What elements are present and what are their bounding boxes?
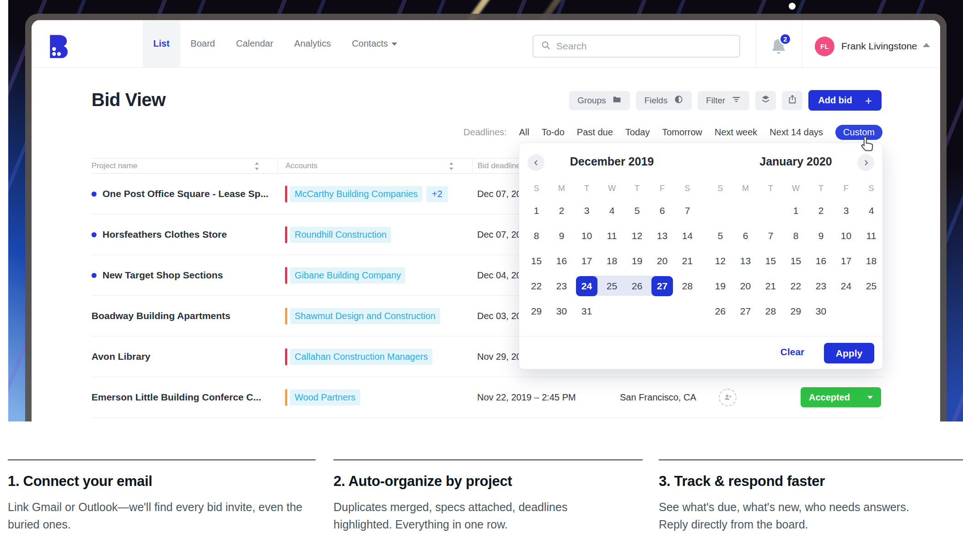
more-accounts-chip[interactable]: +2 (426, 186, 448, 202)
apply-button[interactable]: Apply (824, 343, 874, 363)
day-cell[interactable]: 7 (758, 223, 783, 248)
tab-calendar[interactable]: Calendar (226, 20, 284, 67)
column-header-project[interactable]: Project name (91, 159, 278, 173)
day-cell[interactable]: 3 (574, 198, 599, 223)
day-cell[interactable]: 1 (524, 198, 549, 223)
day-cell[interactable]: 28 (758, 299, 783, 324)
status-button[interactable]: Accepted (801, 387, 881, 407)
day-cell[interactable]: 14 (675, 223, 700, 248)
day-cell[interactable]: 8 (524, 223, 549, 248)
day-cell[interactable]: 7 (675, 198, 700, 223)
day-cell[interactable]: 16 (808, 248, 834, 273)
day-cell[interactable]: 23 (549, 273, 574, 299)
deadline-filter-to-do[interactable]: To-do (542, 127, 565, 138)
day-cell[interactable]: 31 (574, 299, 599, 324)
day-cell[interactable]: 8 (783, 223, 808, 248)
day-cell[interactable]: 12 (708, 248, 733, 273)
day-cell[interactable]: 18 (859, 248, 884, 273)
day-cell[interactable]: 24 (574, 273, 599, 299)
day-cell[interactable]: 17 (834, 248, 859, 273)
day-cell[interactable]: 10 (834, 223, 859, 248)
day-cell[interactable]: 17 (574, 248, 599, 273)
day-cell[interactable]: 13 (733, 248, 758, 273)
day-cell[interactable]: 25 (599, 273, 624, 299)
account-chip[interactable]: Wood Partners (290, 389, 360, 405)
tab-board[interactable]: Board (180, 20, 226, 67)
add-bid-button[interactable]: Add bid + (808, 90, 882, 111)
deadline-filter-past-due[interactable]: Past due (577, 127, 613, 138)
filter-button[interactable]: Filter (698, 91, 749, 110)
day-cell[interactable]: 22 (783, 273, 808, 299)
chevron-up-icon[interactable] (923, 43, 930, 47)
day-cell[interactable]: 27 (733, 299, 758, 324)
day-cell[interactable]: 2 (808, 198, 834, 223)
deadline-filter-today[interactable]: Today (625, 127, 650, 138)
day-cell[interactable]: 5 (708, 223, 733, 248)
day-cell[interactable]: 2 (549, 198, 574, 223)
app-logo-icon[interactable] (47, 33, 71, 58)
account-chip[interactable]: Callahan Construction Managers (290, 349, 432, 365)
account-chip[interactable]: Gibane Building Company (290, 267, 405, 283)
day-cell[interactable]: 1 (783, 198, 808, 223)
day-cell[interactable]: 10 (574, 223, 599, 248)
deadline-filter-next-14-days[interactable]: Next 14 days (769, 127, 823, 138)
day-cell[interactable]: 20 (650, 248, 675, 273)
account-chip[interactable]: Roundhill Construction (290, 227, 391, 243)
day-cell[interactable]: 9 (808, 223, 834, 248)
layers-button[interactable] (755, 91, 776, 110)
day-cell[interactable]: 5 (624, 198, 650, 223)
day-cell[interactable]: 26 (708, 299, 733, 324)
deadline-filter-tomorrow[interactable]: Tomorrow (662, 127, 702, 138)
notifications-button[interactable]: 2 (769, 37, 789, 57)
day-cell[interactable]: 3 (834, 198, 859, 223)
day-cell[interactable]: 18 (599, 248, 624, 273)
day-cell[interactable]: 11 (599, 223, 624, 248)
deadline-filter-next-week[interactable]: Next week (715, 127, 757, 138)
tab-contacts[interactable]: Contacts (341, 20, 408, 67)
clear-button[interactable]: Clear (774, 347, 811, 357)
add-person-icon[interactable] (719, 389, 737, 406)
day-cell[interactable]: 21 (758, 273, 783, 299)
day-cell[interactable]: 12 (624, 223, 650, 248)
day-cell[interactable]: 15 (524, 248, 549, 273)
day-cell[interactable]: 29 (524, 299, 549, 324)
day-cell[interactable]: 6 (650, 198, 675, 223)
fields-button[interactable]: Fields (636, 91, 692, 110)
day-cell[interactable]: 19 (624, 248, 650, 273)
day-cell[interactable]: 30 (549, 299, 574, 324)
day-cell[interactable]: 6 (733, 223, 758, 248)
day-cell[interactable]: 15 (758, 248, 783, 273)
avatar[interactable]: FL (815, 37, 834, 56)
day-cell[interactable]: 23 (808, 273, 834, 299)
table-row[interactable]: Emerson Little Building Conferce C...Woo… (91, 377, 883, 418)
day-cell[interactable]: 21 (675, 248, 700, 273)
day-cell[interactable]: 4 (859, 198, 884, 223)
sort-icon[interactable] (254, 162, 259, 170)
day-cell[interactable]: 11 (859, 223, 884, 248)
day-cell[interactable]: 28 (675, 273, 700, 299)
groups-button[interactable]: Groups (569, 91, 630, 110)
search-box[interactable] (533, 35, 740, 58)
day-cell[interactable]: 13 (650, 223, 675, 248)
tab-analytics[interactable]: Analytics (284, 20, 341, 67)
deadline-filter-custom[interactable]: Custom (835, 125, 882, 140)
share-button[interactable] (782, 91, 802, 110)
day-cell[interactable]: 30 (808, 299, 834, 324)
day-cell[interactable]: 22 (524, 273, 549, 299)
user-name[interactable]: Frank Livingstone (841, 41, 917, 52)
column-header-accounts[interactable]: Accounts (278, 159, 472, 173)
day-cell[interactable]: 19 (708, 273, 733, 299)
account-chip[interactable]: McCarthy Building Companies (290, 186, 422, 202)
day-cell[interactable]: 26 (624, 273, 650, 299)
sort-icon[interactable] (449, 162, 454, 170)
day-cell[interactable]: 27 (650, 273, 675, 299)
tab-list[interactable]: List (143, 20, 180, 67)
day-cell[interactable]: 29 (783, 299, 808, 324)
search-input[interactable] (556, 41, 732, 52)
day-cell[interactable]: 16 (549, 248, 574, 273)
day-cell[interactable]: 20 (733, 273, 758, 299)
day-cell[interactable]: 9 (549, 223, 574, 248)
day-cell[interactable]: 25 (859, 273, 884, 299)
account-chip[interactable]: Shawmut Design and Construction (290, 308, 440, 324)
day-cell[interactable]: 15 (783, 248, 808, 273)
